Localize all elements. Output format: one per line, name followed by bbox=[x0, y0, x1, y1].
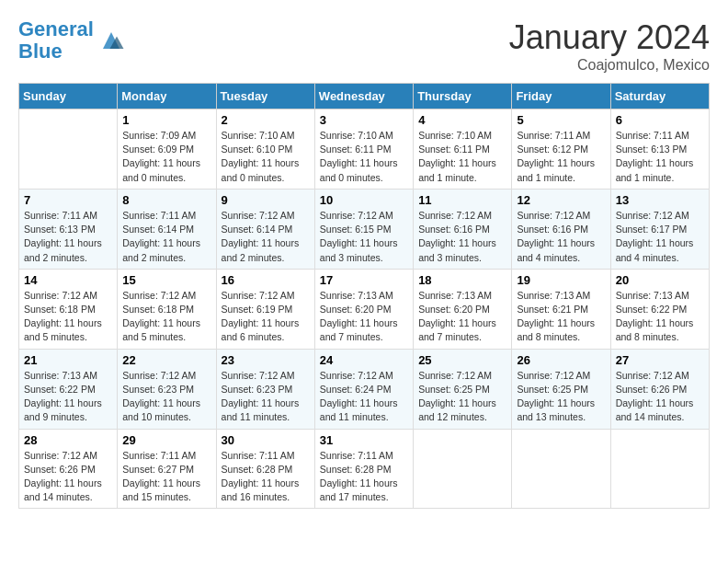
calendar-cell: 19Sunrise: 7:13 AMSunset: 6:21 PMDayligh… bbox=[512, 269, 610, 349]
calendar-cell: 3Sunrise: 7:10 AMSunset: 6:11 PMDaylight… bbox=[314, 109, 413, 190]
calendar-week-row: 7Sunrise: 7:11 AMSunset: 6:13 PMDaylight… bbox=[19, 189, 710, 269]
calendar-week-row: 21Sunrise: 7:13 AMSunset: 6:22 PMDayligh… bbox=[19, 349, 710, 429]
day-number: 31 bbox=[320, 433, 408, 447]
calendar-cell: 15Sunrise: 7:12 AMSunset: 6:18 PMDayligh… bbox=[118, 269, 216, 349]
day-info: Sunrise: 7:11 AMSunset: 6:28 PMDaylight:… bbox=[222, 449, 310, 505]
calendar-cell: 18Sunrise: 7:13 AMSunset: 6:20 PMDayligh… bbox=[414, 269, 512, 349]
calendar-cell: 11Sunrise: 7:12 AMSunset: 6:16 PMDayligh… bbox=[414, 189, 512, 269]
weekday-header: Wednesday bbox=[314, 84, 413, 109]
day-number: 24 bbox=[320, 353, 408, 367]
day-info: Sunrise: 7:11 AMSunset: 6:14 PMDaylight:… bbox=[122, 209, 210, 265]
day-number: 8 bbox=[122, 193, 210, 207]
calendar-cell: 7Sunrise: 7:11 AMSunset: 6:13 PMDaylight… bbox=[19, 189, 118, 269]
day-info: Sunrise: 7:11 AMSunset: 6:12 PMDaylight:… bbox=[517, 129, 605, 185]
calendar-cell: 17Sunrise: 7:13 AMSunset: 6:20 PMDayligh… bbox=[314, 269, 413, 349]
day-info: Sunrise: 7:13 AMSunset: 6:22 PMDaylight:… bbox=[24, 369, 112, 425]
day-info: Sunrise: 7:12 AMSunset: 6:26 PMDaylight:… bbox=[616, 369, 704, 425]
logo-general: General bbox=[18, 17, 94, 40]
calendar-cell: 10Sunrise: 7:12 AMSunset: 6:15 PMDayligh… bbox=[314, 189, 413, 269]
weekday-header: Thursday bbox=[414, 84, 512, 109]
day-info: Sunrise: 7:10 AMSunset: 6:11 PMDaylight:… bbox=[418, 129, 506, 185]
day-info: Sunrise: 7:12 AMSunset: 6:18 PMDaylight:… bbox=[24, 289, 112, 345]
day-number: 2 bbox=[222, 113, 310, 127]
logo: General Blue bbox=[18, 18, 125, 63]
calendar-cell: 12Sunrise: 7:12 AMSunset: 6:16 PMDayligh… bbox=[512, 189, 610, 269]
day-number: 27 bbox=[616, 353, 704, 367]
calendar-cell: 1Sunrise: 7:09 AMSunset: 6:09 PMDaylight… bbox=[118, 109, 216, 190]
day-number: 17 bbox=[320, 273, 408, 287]
calendar-cell bbox=[19, 109, 118, 190]
day-info: Sunrise: 7:12 AMSunset: 6:17 PMDaylight:… bbox=[616, 209, 704, 265]
calendar-cell bbox=[512, 429, 610, 509]
weekday-header: Tuesday bbox=[216, 84, 314, 109]
day-info: Sunrise: 7:12 AMSunset: 6:16 PMDaylight:… bbox=[517, 209, 605, 265]
day-number: 29 bbox=[122, 433, 210, 447]
day-info: Sunrise: 7:11 AMSunset: 6:28 PMDaylight:… bbox=[320, 449, 408, 505]
calendar-cell: 8Sunrise: 7:11 AMSunset: 6:14 PMDaylight… bbox=[118, 189, 216, 269]
calendar-cell: 26Sunrise: 7:12 AMSunset: 6:25 PMDayligh… bbox=[512, 349, 610, 429]
calendar-cell: 5Sunrise: 7:11 AMSunset: 6:12 PMDaylight… bbox=[512, 109, 610, 190]
calendar-cell: 16Sunrise: 7:12 AMSunset: 6:19 PMDayligh… bbox=[216, 269, 314, 349]
day-info: Sunrise: 7:12 AMSunset: 6:19 PMDaylight:… bbox=[222, 289, 310, 345]
day-number: 28 bbox=[24, 433, 112, 447]
day-info: Sunrise: 7:12 AMSunset: 6:25 PMDaylight:… bbox=[418, 369, 506, 425]
day-number: 10 bbox=[320, 193, 408, 207]
day-number: 20 bbox=[616, 273, 704, 287]
day-info: Sunrise: 7:12 AMSunset: 6:23 PMDaylight:… bbox=[222, 369, 310, 425]
calendar-cell: 20Sunrise: 7:13 AMSunset: 6:22 PMDayligh… bbox=[610, 269, 709, 349]
day-info: Sunrise: 7:12 AMSunset: 6:25 PMDaylight:… bbox=[517, 369, 605, 425]
day-number: 4 bbox=[418, 113, 506, 127]
title-block: January 2024 Coajomulco, Mexico bbox=[509, 18, 710, 74]
day-number: 6 bbox=[616, 113, 704, 127]
logo-blue: Blue bbox=[18, 40, 63, 63]
calendar-cell: 2Sunrise: 7:10 AMSunset: 6:10 PMDaylight… bbox=[216, 109, 314, 190]
day-number: 9 bbox=[222, 193, 310, 207]
day-number: 23 bbox=[222, 353, 310, 367]
day-info: Sunrise: 7:12 AMSunset: 6:23 PMDaylight:… bbox=[122, 369, 210, 425]
day-number: 5 bbox=[517, 113, 605, 127]
day-info: Sunrise: 7:09 AMSunset: 6:09 PMDaylight:… bbox=[122, 129, 210, 185]
day-number: 22 bbox=[122, 353, 210, 367]
calendar-cell: 31Sunrise: 7:11 AMSunset: 6:28 PMDayligh… bbox=[314, 429, 413, 509]
weekday-header: Saturday bbox=[610, 84, 709, 109]
day-number: 7 bbox=[24, 193, 112, 207]
calendar-cell: 29Sunrise: 7:11 AMSunset: 6:27 PMDayligh… bbox=[118, 429, 216, 509]
day-number: 21 bbox=[24, 353, 112, 367]
calendar-cell: 21Sunrise: 7:13 AMSunset: 6:22 PMDayligh… bbox=[19, 349, 118, 429]
calendar-cell: 6Sunrise: 7:11 AMSunset: 6:13 PMDaylight… bbox=[610, 109, 709, 190]
day-number: 15 bbox=[122, 273, 210, 287]
day-info: Sunrise: 7:12 AMSunset: 6:15 PMDaylight:… bbox=[320, 209, 408, 265]
day-info: Sunrise: 7:13 AMSunset: 6:21 PMDaylight:… bbox=[517, 289, 605, 345]
day-info: Sunrise: 7:12 AMSunset: 6:18 PMDaylight:… bbox=[122, 289, 210, 345]
weekday-header-row: SundayMondayTuesdayWednesdayThursdayFrid… bbox=[19, 84, 710, 109]
calendar-week-row: 28Sunrise: 7:12 AMSunset: 6:26 PMDayligh… bbox=[19, 429, 710, 509]
day-info: Sunrise: 7:10 AMSunset: 6:10 PMDaylight:… bbox=[222, 129, 310, 185]
calendar-cell: 14Sunrise: 7:12 AMSunset: 6:18 PMDayligh… bbox=[19, 269, 118, 349]
calendar-cell: 24Sunrise: 7:12 AMSunset: 6:24 PMDayligh… bbox=[314, 349, 413, 429]
day-number: 25 bbox=[418, 353, 506, 367]
month-title: January 2024 bbox=[509, 18, 710, 57]
day-info: Sunrise: 7:11 AMSunset: 6:27 PMDaylight:… bbox=[122, 449, 210, 505]
day-number: 3 bbox=[320, 113, 408, 127]
day-number: 19 bbox=[517, 273, 605, 287]
calendar-table: SundayMondayTuesdayWednesdayThursdayFrid… bbox=[18, 83, 710, 509]
day-number: 30 bbox=[222, 433, 310, 447]
day-info: Sunrise: 7:10 AMSunset: 6:11 PMDaylight:… bbox=[320, 129, 408, 185]
calendar-cell bbox=[610, 429, 709, 509]
calendar-cell: 30Sunrise: 7:11 AMSunset: 6:28 PMDayligh… bbox=[216, 429, 314, 509]
calendar-week-row: 1Sunrise: 7:09 AMSunset: 6:09 PMDaylight… bbox=[19, 109, 710, 190]
day-number: 1 bbox=[122, 113, 210, 127]
day-info: Sunrise: 7:11 AMSunset: 6:13 PMDaylight:… bbox=[616, 129, 704, 185]
logo-icon bbox=[97, 27, 125, 54]
day-number: 14 bbox=[24, 273, 112, 287]
calendar-cell: 9Sunrise: 7:12 AMSunset: 6:14 PMDaylight… bbox=[216, 189, 314, 269]
day-info: Sunrise: 7:13 AMSunset: 6:22 PMDaylight:… bbox=[616, 289, 704, 345]
calendar-cell: 25Sunrise: 7:12 AMSunset: 6:25 PMDayligh… bbox=[414, 349, 512, 429]
day-info: Sunrise: 7:12 AMSunset: 6:14 PMDaylight:… bbox=[222, 209, 310, 265]
day-info: Sunrise: 7:12 AMSunset: 6:16 PMDaylight:… bbox=[418, 209, 506, 265]
page-header: General Blue January 2024 Coajomulco, Me… bbox=[18, 18, 710, 74]
location: Coajomulco, Mexico bbox=[509, 57, 710, 74]
calendar-cell: 13Sunrise: 7:12 AMSunset: 6:17 PMDayligh… bbox=[610, 189, 709, 269]
day-info: Sunrise: 7:11 AMSunset: 6:13 PMDaylight:… bbox=[24, 209, 112, 265]
calendar-cell: 27Sunrise: 7:12 AMSunset: 6:26 PMDayligh… bbox=[610, 349, 709, 429]
